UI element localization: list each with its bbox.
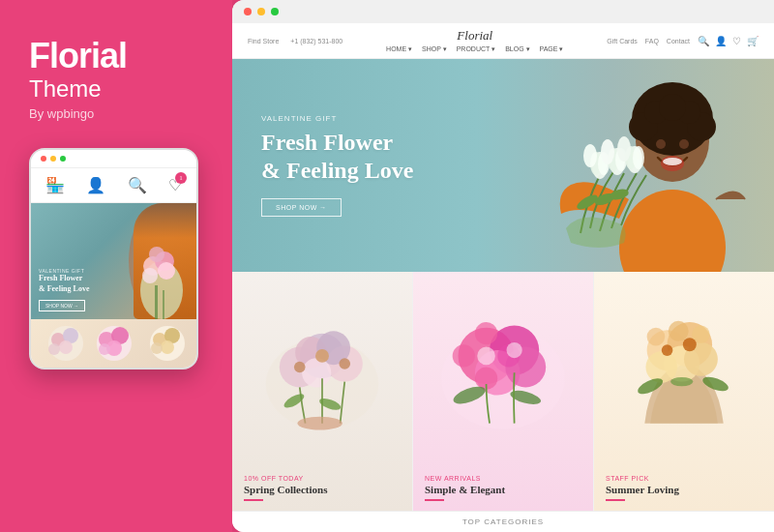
mobile-hero: VALENTINE GIFT Fresh Flower& Feeling Lov… xyxy=(31,203,196,319)
svg-point-89 xyxy=(670,377,693,386)
svg-point-60 xyxy=(339,358,350,369)
desktop-hero: VALENTINE GIFT Fresh Flower & Feeling Lo… xyxy=(232,59,774,272)
svg-point-86 xyxy=(683,338,697,351)
svg-point-69 xyxy=(475,322,497,344)
desktop-title-bar xyxy=(232,0,774,23)
svg-point-81 xyxy=(645,351,677,383)
product-card-overlay-spring: 10% OFF TODAY Spring Collections xyxy=(244,475,401,501)
nav-shop[interactable]: SHOP ▾ xyxy=(422,45,447,53)
svg-point-48 xyxy=(601,139,614,164)
svg-point-82 xyxy=(647,328,666,346)
desktop-hero-person xyxy=(503,59,774,272)
mobile-cart-badge: 1 xyxy=(175,172,187,184)
brand-subtitle: Theme xyxy=(29,75,102,103)
spring-flowers-svg xyxy=(232,272,412,462)
desktop-products: 10% OFF TODAY Spring Collections xyxy=(232,272,774,511)
product-card-overlay-summer: STAFF PICK Summer Loving xyxy=(606,475,762,501)
product-title-spring: Spring Collections xyxy=(244,484,401,495)
svg-point-58 xyxy=(294,362,306,373)
phone-link[interactable]: +1 (832) 531-800 xyxy=(290,38,342,44)
mobile-hero-text: VALENTINE GIFT Fresh Flower& Feeling Lov… xyxy=(39,268,189,311)
hero-shop-now-button[interactable]: SHOP NOW → xyxy=(261,198,342,217)
user-icon[interactable]: 👤 xyxy=(715,36,727,46)
svg-point-83 xyxy=(669,321,689,341)
product-label-spring: 10% OFF TODAY xyxy=(244,475,401,482)
desktop-mockup: Find Store +1 (832) 531-800 Florial HOME… xyxy=(232,0,774,532)
svg-point-21 xyxy=(161,340,174,354)
hero-title: Fresh Flower & Feeling Love xyxy=(261,129,413,185)
card-flower-elegant xyxy=(413,272,593,462)
desktop-dot-green xyxy=(271,8,279,15)
mobile-product-preview xyxy=(31,319,196,368)
svg-point-31 xyxy=(656,139,666,149)
desktop-hero-content: VALENTINE GIFT Fresh Flower & Feeling Lo… xyxy=(232,95,442,236)
hero-title-line1: Fresh Flower xyxy=(261,130,393,155)
product-underline-spring xyxy=(244,499,263,501)
svg-point-70 xyxy=(453,344,475,367)
mobile-product-flowers-svg xyxy=(37,322,192,366)
cart-icon[interactable]: 🛒 xyxy=(747,36,759,46)
svg-point-34 xyxy=(663,158,682,165)
svg-point-47 xyxy=(633,146,644,169)
search-icon[interactable]: 🔍 xyxy=(698,36,709,46)
product-card-overlay-elegant: NEW ARRIVALS Simple & Elegant xyxy=(425,475,581,501)
mobile-search-icon[interactable]: 🔍 xyxy=(128,176,147,194)
elegant-flowers-svg xyxy=(413,272,593,462)
desktop-dot-red xyxy=(244,8,252,15)
svg-point-32 xyxy=(679,139,689,149)
product-underline-elegant xyxy=(425,499,444,501)
svg-point-50 xyxy=(583,144,597,167)
desktop-nav-left: Find Store +1 (832) 531-800 xyxy=(248,38,342,44)
desktop-top-nav: Find Store +1 (832) 531-800 Florial HOME… xyxy=(232,23,774,59)
card-flower-summer xyxy=(594,272,774,462)
nav-product[interactable]: PRODUCT ▾ xyxy=(457,45,495,53)
product-title-summer: Summer Loving xyxy=(606,484,762,495)
desktop-nav-right: Gift Cards FAQ Contact 🔍 👤 ♡ 🛒 xyxy=(607,36,759,46)
desktop-hero-svg xyxy=(503,59,774,272)
desktop-brand-logo[interactable]: Florial xyxy=(457,28,492,44)
faq-link[interactable]: FAQ xyxy=(645,38,659,44)
desktop-dot-yellow xyxy=(257,8,265,15)
brand-title: Florial xyxy=(29,39,127,74)
find-store-link[interactable]: Find Store xyxy=(248,38,279,44)
mobile-dot-green xyxy=(60,156,66,162)
svg-point-59 xyxy=(315,349,329,363)
nav-home[interactable]: HOME ▾ xyxy=(386,45,412,53)
svg-point-49 xyxy=(617,136,631,162)
gift-cards-link[interactable]: Gift Cards xyxy=(607,38,638,44)
svg-point-3 xyxy=(149,247,164,262)
product-card-elegant: NEW ARRIVALS Simple & Elegant xyxy=(413,272,594,511)
product-card-spring: 10% OFF TODAY Spring Collections xyxy=(232,272,413,511)
summer-flowers-svg xyxy=(594,272,774,462)
card-flower-spring xyxy=(232,272,412,462)
mobile-dots xyxy=(41,156,66,162)
svg-point-11 xyxy=(59,340,73,354)
mobile-shop-now-button[interactable]: SHOP NOW → xyxy=(39,300,85,311)
mobile-shop-icon[interactable]: 🏪 xyxy=(45,176,65,194)
svg-point-74 xyxy=(506,342,521,358)
svg-point-30 xyxy=(659,94,686,121)
mobile-hero-title: Fresh Flower& Feeling Love xyxy=(39,274,189,294)
left-panel: Florial Theme By wpbingo 🏪 👤 🔍 ♡ 1 xyxy=(0,0,232,532)
nav-blog[interactable]: BLOG ▾ xyxy=(505,45,529,53)
hero-label: VALENTINE GIFT xyxy=(261,114,413,123)
svg-point-85 xyxy=(662,344,673,356)
top-categories-label: TOP CATEGORIES xyxy=(462,517,544,526)
svg-point-22 xyxy=(151,342,163,354)
product-card-summer: STAFF PICK Summer Loving xyxy=(594,272,774,511)
contact-link[interactable]: Contact xyxy=(667,38,690,44)
mobile-user-icon[interactable]: 👤 xyxy=(86,176,105,194)
product-title-elegant: Simple & Elegant xyxy=(425,484,581,495)
nav-page[interactable]: PAGE ▾ xyxy=(540,45,564,53)
mobile-dot-red xyxy=(41,156,46,162)
mobile-nav: 🏪 👤 🔍 ♡ 1 xyxy=(31,168,196,203)
desktop-nav-links: HOME ▾ SHOP ▾ PRODUCT ▾ BLOG ▾ PAGE ▾ xyxy=(386,45,563,53)
product-underline-summer xyxy=(606,499,625,501)
mobile-title-bar xyxy=(31,150,196,168)
mobile-mockup: 🏪 👤 🔍 ♡ 1 VALENTINE GIFT Fre xyxy=(29,148,198,369)
product-label-elegant: NEW ARRIVALS xyxy=(425,475,581,482)
wishlist-icon[interactable]: ♡ xyxy=(732,36,741,46)
svg-point-23 xyxy=(619,190,726,272)
mobile-dot-yellow xyxy=(50,156,56,162)
svg-point-17 xyxy=(99,343,110,355)
